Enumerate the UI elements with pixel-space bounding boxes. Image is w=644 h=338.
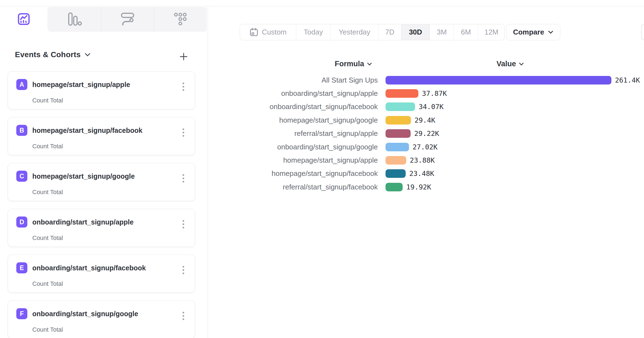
report-type-tabbar [0,6,208,32]
retention-dots-icon [173,12,187,26]
event-letter-badge: D [16,216,27,228]
date-range-label: 6M [461,28,471,36]
date-range-label: Yesterday [339,28,370,36]
chart-row-label: referral/start_signup/facebook [0,183,378,191]
date-range-label: Today [304,28,323,36]
chart-bar-value: 27.02K [413,143,437,151]
chart-row: referral/start_signup/apple 29.22K [0,127,644,140]
date-range-option[interactable]: 12M [478,24,505,40]
date-range-option[interactable]: Custom [240,24,296,40]
events-cohorts-title: Events & Cohorts [15,50,81,59]
date-range-label: 3M [437,28,447,36]
chart-bar-value: 34.07K [419,103,444,111]
chart-bar[interactable] [386,129,411,138]
chart-row-label: onboarding/start_signup/facebook [0,102,378,111]
event-name: onboarding/start_signup/facebook [32,264,146,272]
chart-bar[interactable] [386,76,611,84]
event-card[interactable]: F onboarding/start_signup/google Count T… [8,300,195,338]
chart-bar-value: 29.4K [415,116,435,124]
event-measure[interactable]: Count Total [32,234,63,242]
formula-header-label: Formula [335,60,364,68]
compare-label: Compare [513,28,544,36]
chevron-down-icon [85,53,91,57]
chart-row-label: onboarding/start_signup/google [0,143,378,151]
event-measure[interactable]: Count Total [32,326,63,333]
add-event-button[interactable] [178,51,189,62]
date-range-option[interactable]: 30D [401,24,430,40]
events-cohorts-dropdown[interactable]: Events & Cohorts [15,50,91,59]
chart-bar-value: 23.48K [409,170,434,178]
date-range-label: Custom [262,28,287,36]
date-range-label: 7D [385,28,394,36]
chart-bar-value: 37.87K [422,89,447,97]
chart-bar[interactable] [386,116,411,125]
chart-row: onboarding/start_signup/facebook 34.07K [0,100,644,113]
funnel-bars-icon [67,11,82,27]
chart-row: All Start Sign Ups 261.4K [0,73,644,87]
kebab-menu-icon[interactable] [181,264,186,276]
chart-bar[interactable] [386,183,403,191]
chart-bar-value: 19.92K [406,183,431,191]
kebab-menu-icon[interactable] [181,310,186,322]
date-range-option[interactable]: Yesterday [331,24,379,40]
horizontal-bar-chart: All Start Sign Ups 261.4K onboarding/sta… [0,73,644,194]
chart-bar[interactable] [386,156,406,165]
chart-bar[interactable] [386,89,418,98]
value-header-label: Value [497,60,516,68]
event-letter-badge: E [16,262,27,273]
chevron-down-icon [519,62,524,66]
chart-row-label: homepage/start_signup/apple [0,156,378,165]
plus-icon [179,52,188,61]
flows-icon [120,12,135,27]
chevron-down-icon [367,62,372,66]
line-chart-icon [17,13,30,25]
date-range-label: 30D [409,28,422,36]
chart-bar-value: 261.4K [615,76,640,84]
tab-retention[interactable] [154,6,207,32]
chart-bar[interactable] [386,102,415,111]
compare-button[interactable]: Compare [506,24,560,40]
chart-bar[interactable] [386,169,406,178]
calendar-icon [249,28,258,37]
date-range-selector: Custom Today Yesterday 7D [240,24,505,40]
date-range-label: 12M [484,28,498,36]
date-range-option[interactable]: 3M [430,24,454,40]
chart-row-label: homepage/start_signup/facebook [0,169,378,178]
event-name: onboarding/start_signup/apple [32,218,134,226]
formula-column-header[interactable]: Formula [335,60,372,68]
chart-row-label: homepage/start_signup/google [0,116,378,125]
tab-insights[interactable] [0,6,47,32]
tab-funnels[interactable] [47,6,101,32]
clipped-right-button[interactable] [641,24,644,40]
date-range-option[interactable]: Today [296,24,331,40]
event-measure[interactable]: Count Total [32,280,63,287]
chart-row: homepage/start_signup/google 29.4K [0,113,644,127]
chevron-down-icon [548,30,553,34]
chart-row-label: All Start Sign Ups [0,76,378,84]
tab-flows[interactable] [101,6,154,32]
chart-row: onboarding/start_signup/google 27.02K [0,140,644,154]
date-range-option[interactable]: 6M [454,24,478,40]
event-card[interactable]: D onboarding/start_signup/apple Count To… [8,209,195,247]
event-letter-badge: F [16,308,27,319]
chart-row-label: referral/start_signup/apple [0,129,378,138]
event-name: onboarding/start_signup/google [32,310,138,318]
value-column-header[interactable]: Value [497,60,524,68]
chart-row: homepage/start_signup/apple 23.88K [0,154,644,167]
event-card[interactable]: E onboarding/start_signup/facebook Count… [8,255,195,293]
chart-row: referral/start_signup/facebook 19.92K [0,180,644,194]
chart-row: homepage/start_signup/facebook 23.48K [0,167,644,180]
chart-row: onboarding/start_signup/apple 37.87K [0,87,644,100]
chart-row-label: onboarding/start_signup/apple [0,89,378,98]
chart-bar-value: 29.22K [414,130,439,138]
kebab-menu-icon[interactable] [181,218,186,230]
chart-bar-value: 23.88K [410,156,435,164]
date-range-option[interactable]: 7D [379,24,401,40]
chart-bar[interactable] [386,143,409,151]
